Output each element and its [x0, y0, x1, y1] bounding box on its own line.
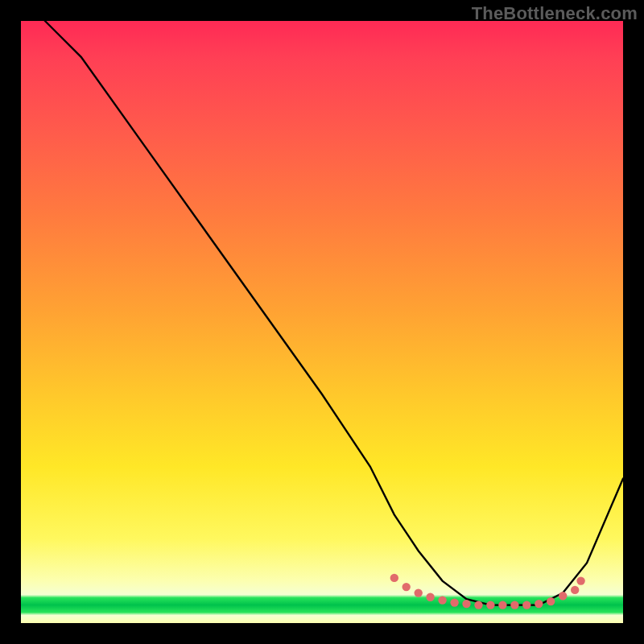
watermark-text: TheBottleneck.com	[472, 3, 638, 24]
bottom-solution-band	[390, 574, 585, 609]
solution-dot	[559, 592, 567, 600]
plot-area	[21, 21, 623, 623]
chart-frame: TheBottleneck.com	[0, 0, 644, 644]
solution-dot	[535, 600, 543, 608]
solution-dot	[498, 601, 506, 609]
solution-dot	[486, 601, 494, 609]
solution-dot	[474, 601, 482, 609]
solution-dot	[390, 574, 398, 582]
solution-dot	[510, 601, 518, 609]
solution-dot	[462, 600, 470, 608]
solution-dot	[438, 596, 446, 604]
solution-dot	[426, 593, 434, 601]
solution-dot	[450, 598, 458, 606]
curve-layer	[21, 21, 623, 623]
solution-dot	[415, 588, 423, 597]
solution-dot	[547, 597, 555, 605]
solution-dot	[522, 601, 530, 609]
solution-dot	[571, 586, 579, 594]
bottleneck-curve	[45, 21, 623, 605]
solution-dot	[576, 576, 584, 584]
solution-dot	[402, 583, 411, 591]
